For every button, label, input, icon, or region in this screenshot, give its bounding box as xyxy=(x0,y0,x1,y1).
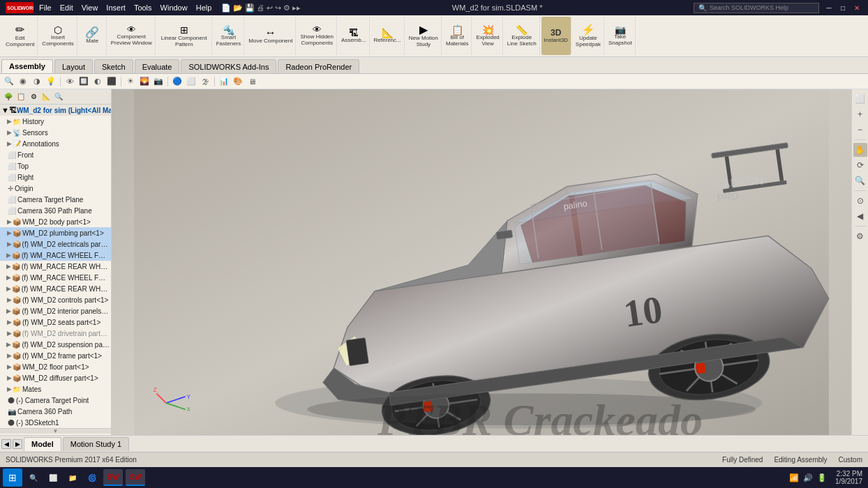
origin-item[interactable]: ✛ Origin xyxy=(0,183,111,194)
dim-expert-icon[interactable]: 📐 xyxy=(40,91,52,102)
previous-view-button[interactable]: ◀ xyxy=(853,209,867,223)
menu-insert[interactable]: Insert xyxy=(106,3,126,12)
menu-tools[interactable]: Tools xyxy=(134,3,152,12)
explode-sketch-button[interactable]: 📏 ExplodeLine Sketch xyxy=(504,17,540,55)
bom-button[interactable]: 📋 Bill ofMaterials xyxy=(443,17,472,55)
camera-360-path-plane-item[interactable]: ⬜ Camera 360 Path Plane xyxy=(0,205,111,216)
assembly-root[interactable]: ▼ 🏗 WM_d2 for sim (Light<All Mate) xyxy=(0,105,111,116)
shaded-button[interactable]: ◐ xyxy=(91,75,104,88)
zoom-area-button[interactable]: 🔍 xyxy=(853,174,867,188)
tab-radeon[interactable]: Radeon ProRender xyxy=(278,59,359,73)
solidworks1-task-button[interactable]: SW xyxy=(103,469,123,486)
view-settings-button[interactable]: 📊 xyxy=(218,75,230,88)
save-icon[interactable]: 💾 xyxy=(245,3,255,13)
snapshot-button[interactable]: 📷 TakeSnapshot xyxy=(606,17,636,55)
tree-scroll-area[interactable]: ▼ xyxy=(0,428,111,434)
view-display-button[interactable]: 💡 xyxy=(45,75,57,88)
mate-button[interactable]: 🔗 Mate xyxy=(79,17,107,55)
3d-viewport[interactable]: 10 palino Y xyxy=(112,89,851,435)
redo-icon[interactable]: ↪ xyxy=(275,3,281,13)
interior-panels-item[interactable]: ▶ 📦 (f) WM_D2 interior panels pa... xyxy=(0,305,111,317)
view-settings-right-button[interactable]: ⚙ xyxy=(853,229,867,243)
undo-icon[interactable]: ↩ xyxy=(267,3,273,13)
scroll-right-button[interactable]: ▶ xyxy=(13,439,22,449)
floor-item[interactable]: ▶ 📦 WM_D2 floor part<1> xyxy=(0,361,111,372)
explorer-task-button[interactable]: 📁 xyxy=(64,469,81,486)
edit-component-button[interactable]: ✏ EditComponent xyxy=(3,17,38,55)
lights-button[interactable]: ☀ xyxy=(124,75,137,88)
motion-study-button[interactable]: ▶ New MotionStudy xyxy=(406,17,442,55)
hide-show-button[interactable]: 👁 xyxy=(63,75,76,88)
realview-button[interactable]: 🔵 xyxy=(171,75,184,88)
annotations-item[interactable]: ▶ 📝 Annotations xyxy=(0,138,111,149)
taskbar-clock[interactable]: 2:32 PM 1/9/2017 xyxy=(832,470,865,485)
tab-evaluate[interactable]: Evaluate xyxy=(135,59,180,73)
insert-components-button[interactable]: ⬡ InsertComponents xyxy=(39,17,77,55)
wheel-rear2-item[interactable]: ▶ 📦 (f) WM_RACE REAR WHEEL T... xyxy=(0,283,111,294)
edge-task-button[interactable]: 🌀 xyxy=(84,469,100,486)
menu-edit[interactable]: Edit xyxy=(60,3,73,12)
scroll-left-button[interactable]: ◀ xyxy=(1,439,11,449)
view-section-button[interactable]: ◑ xyxy=(31,75,43,88)
zoom-to-fit-button[interactable]: 🔍 xyxy=(3,75,15,88)
start-button[interactable]: ⊞ xyxy=(3,468,22,487)
assembly-button[interactable]: 🏗 Assemb... xyxy=(338,17,370,55)
tree-filter-icon[interactable]: 🔍 xyxy=(53,91,64,102)
tab-sketch[interactable]: Sketch xyxy=(94,59,133,73)
close-button[interactable]: ✕ xyxy=(851,3,862,13)
wheel-front1-item[interactable]: ▶ 📦 (f) WM_RACE WHEEL FRONT... xyxy=(0,250,111,261)
3dsketch1-item[interactable]: ⚫ (-) 3DSketch1 xyxy=(0,417,111,428)
open-icon[interactable]: 📂 xyxy=(233,3,243,13)
show-hidden-button[interactable]: 👁 Show HiddenComponents xyxy=(297,17,337,55)
rotate-button[interactable]: ⟳ xyxy=(853,158,867,172)
electricals-item[interactable]: ▶ 📦 (f) WM_D2 electricals part<1> xyxy=(0,238,111,250)
seats-item[interactable]: ▶ 📦 (f) WM_D2 seats part<1> xyxy=(0,317,111,328)
reference-button[interactable]: 📐 Referenc... xyxy=(371,17,405,55)
appearances-button[interactable]: 🎨 xyxy=(232,75,244,88)
feature-tree-icon[interactable]: 🌳 xyxy=(3,91,14,102)
tab-layout[interactable]: Layout xyxy=(54,59,93,73)
camera-target-plane-item[interactable]: ⬜ Camera Target Plane xyxy=(0,194,111,205)
view-orient-button[interactable]: ◉ xyxy=(17,75,29,88)
property-manager-icon[interactable]: 📋 xyxy=(15,91,27,102)
zoom-in-button[interactable]: + xyxy=(853,107,867,121)
print-icon[interactable]: 🖨 xyxy=(257,3,264,12)
menu-help[interactable]: Help xyxy=(196,3,212,12)
task-view-button[interactable]: ⬜ xyxy=(45,469,61,486)
search-bar[interactable]: 🔍 Search SOLIDWORKS Help xyxy=(694,3,819,13)
camera-target-point-item[interactable]: ⚫ (-) Camera Target Point xyxy=(0,395,111,406)
model-tab[interactable]: Model xyxy=(24,437,61,451)
instant3d-button[interactable]: 3D Instant3D xyxy=(541,17,571,55)
config-manager-icon[interactable]: ⚙ xyxy=(28,91,39,102)
maximize-button[interactable]: □ xyxy=(837,3,848,13)
battery-icon[interactable]: 🔋 xyxy=(817,473,827,482)
move-component-button[interactable]: ↔ Move Component xyxy=(246,17,296,55)
camera-360-path-item[interactable]: 📷 Camera 360 Path xyxy=(0,406,111,417)
history-item[interactable]: ▶ 📁 History xyxy=(0,116,111,127)
menu-window[interactable]: Window xyxy=(160,3,188,12)
frame-item[interactable]: ▶ 📦 (f) WM_D2 frame part<1> xyxy=(0,350,111,361)
plumbing-part-item[interactable]: ▶ 📦 WM_D2 plumbing part<1> xyxy=(0,227,111,238)
speedpak-button[interactable]: ⚡ UpdateSpeedpak xyxy=(573,17,604,55)
right-plane-item[interactable]: ⬜ Right xyxy=(0,171,111,183)
scene-button[interactable]: 🌄 xyxy=(138,75,151,88)
linear-pattern-button[interactable]: ⊞ Linear ComponentPattern xyxy=(157,17,212,55)
component-preview-button[interactable]: 👁 ComponentPreview Window xyxy=(108,17,156,55)
normal-to-button[interactable]: ⊙ xyxy=(853,194,867,208)
search-task-button[interactable]: 🔍 xyxy=(25,469,42,486)
pan-button[interactable]: ✋ xyxy=(853,143,867,157)
sensors-item[interactable]: ▶ 📡 Sensors xyxy=(0,127,111,138)
exploded-view-button[interactable]: 💥 ExplodedView xyxy=(473,17,502,55)
menu-view[interactable]: View xyxy=(82,3,98,12)
top-plane-item[interactable]: ⬜ Top xyxy=(0,160,111,171)
wireframe-button[interactable]: 🔲 xyxy=(77,75,90,88)
view-cube-button[interactable]: ⬜ xyxy=(853,92,867,106)
shadows-button[interactable]: ⬜ xyxy=(185,75,197,88)
shaded-edges-button[interactable]: ⬛ xyxy=(105,75,118,88)
minimize-button[interactable]: ─ xyxy=(823,3,835,13)
smart-fasteners-button[interactable]: 🔩 SmartFasteners xyxy=(214,17,245,55)
rebuild-icon[interactable]: ⚙ xyxy=(283,3,290,13)
display-manager-button[interactable]: 🖥 xyxy=(246,75,258,88)
tab-assembly[interactable]: Assembly xyxy=(1,59,53,73)
volume-icon[interactable]: 🔊 xyxy=(803,473,813,482)
